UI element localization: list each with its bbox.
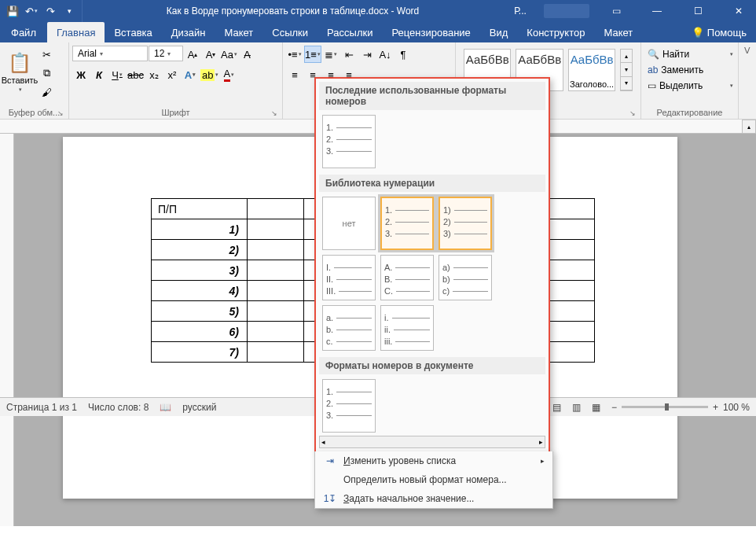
increase-indent-button[interactable]: ⇥ bbox=[358, 46, 376, 63]
styles-scroll[interactable]: ▴▾▾ bbox=[620, 49, 633, 91]
tab-table-layout[interactable]: Макет bbox=[594, 22, 642, 42]
save-icon[interactable]: 💾 bbox=[5, 3, 20, 19]
status-page[interactable]: Страница 1 из 1 bbox=[6, 402, 77, 413]
styles-dialog-launcher[interactable]: ↘ bbox=[629, 109, 636, 117]
redo-icon[interactable]: ↷ bbox=[42, 3, 58, 19]
status-words[interactable]: Число слов: 8 bbox=[88, 402, 149, 413]
minimize-button[interactable]: — bbox=[640, 0, 674, 22]
zoom-in-button[interactable]: + bbox=[713, 402, 718, 413]
view-print-layout[interactable]: ▥ bbox=[572, 402, 581, 413]
numbering-thumb-roman-upper[interactable]: I. II. III. bbox=[322, 255, 376, 300]
set-start-value[interactable]: 1↧Задать начальное значение... bbox=[315, 489, 552, 508]
tab-mailings[interactable]: Рассылки bbox=[317, 22, 382, 42]
table-cell[interactable]: 3) bbox=[152, 260, 248, 281]
numbering-thumb-decimal-paren[interactable]: 1) 2) 3) bbox=[439, 197, 492, 250]
highlight-button[interactable]: ab▾ bbox=[200, 66, 219, 83]
align-left-button[interactable]: ≡ bbox=[286, 66, 303, 83]
define-new-format[interactable]: Определить новый формат номера... bbox=[315, 470, 552, 489]
table-cell[interactable] bbox=[248, 342, 304, 363]
close-button[interactable]: ✕ bbox=[721, 0, 756, 22]
tab-home[interactable]: Главная bbox=[47, 22, 105, 42]
table-cell[interactable] bbox=[248, 240, 304, 260]
numbering-thumb-recent-decimal[interactable]: 1. 2. 3. bbox=[322, 115, 376, 168]
subscript-button[interactable]: x₂ bbox=[145, 66, 163, 83]
change-case-button[interactable]: Aa▾ bbox=[220, 46, 238, 63]
tab-design[interactable]: Дизайн bbox=[162, 22, 215, 42]
table-cell[interactable]: 1) bbox=[152, 219, 248, 240]
numbering-thumb-roman-lower[interactable]: i. ii. iii. bbox=[380, 305, 434, 351]
clipboard-dialog-launcher[interactable]: ↘ bbox=[57, 109, 64, 117]
zoom-control[interactable]: − + 100 % bbox=[611, 402, 750, 413]
clear-formatting-button[interactable]: A̶ bbox=[239, 46, 256, 63]
tab-review[interactable]: Рецензирование bbox=[382, 22, 479, 42]
view-web-layout[interactable]: ▦ bbox=[592, 402, 600, 413]
table-cell[interactable]: 4) bbox=[152, 281, 248, 301]
font-color-button[interactable]: A▾ bbox=[220, 66, 237, 83]
table-cell[interactable] bbox=[248, 260, 304, 281]
tab-insert[interactable]: Вставка bbox=[105, 22, 161, 42]
font-size-combo[interactable]: 12▾ bbox=[149, 46, 183, 61]
grow-font-button[interactable]: A▴ bbox=[184, 46, 201, 63]
style-heading[interactable]: АаБбВвЗаголово... bbox=[568, 49, 615, 91]
table-cell[interactable] bbox=[248, 322, 304, 342]
numbering-thumb-alpha-upper[interactable]: A. B. C. bbox=[380, 255, 434, 300]
zoom-slider[interactable] bbox=[622, 406, 708, 408]
view-read-mode[interactable]: ▤ bbox=[552, 402, 561, 413]
table-header-cell[interactable]: П/П bbox=[152, 199, 248, 219]
tab-table-design[interactable]: Конструктор bbox=[517, 22, 594, 42]
table-cell[interactable] bbox=[248, 199, 304, 219]
superscript-button[interactable]: x² bbox=[163, 66, 181, 83]
table-cell[interactable] bbox=[248, 219, 304, 240]
numbering-thumb-none[interactable]: нет bbox=[322, 197, 376, 250]
shrink-font-button[interactable]: A▾ bbox=[202, 46, 219, 63]
table-cell[interactable] bbox=[248, 281, 304, 301]
font-family-combo[interactable]: Arial▾ bbox=[72, 46, 148, 61]
table-cell[interactable]: 2) bbox=[152, 240, 248, 260]
ribbon-display-options[interactable]: Р... bbox=[503, 0, 538, 22]
select-button[interactable]: ▭ Выделить▾ bbox=[648, 79, 733, 93]
strike-button[interactable]: abc bbox=[127, 66, 145, 83]
paste-button[interactable]: 📋 Вставить ▾ bbox=[3, 46, 36, 94]
maximize-button[interactable]: ☐ bbox=[681, 0, 715, 22]
numbering-gallery-scrollbar[interactable]: ◂▸ bbox=[319, 436, 545, 448]
collapse-ribbon-button[interactable]: ᐯ bbox=[739, 42, 756, 119]
underline-button[interactable]: Ч▾ bbox=[108, 66, 126, 83]
status-language[interactable]: русский bbox=[182, 402, 216, 413]
qat-customize-icon[interactable]: ▾ bbox=[61, 3, 77, 19]
tab-view[interactable]: Вид bbox=[480, 22, 518, 42]
zoom-value[interactable]: 100 % bbox=[723, 402, 750, 413]
tab-file[interactable]: Файл bbox=[0, 22, 47, 42]
bold-button[interactable]: Ж bbox=[72, 66, 90, 83]
font-dialog-launcher[interactable]: ↘ bbox=[271, 109, 277, 117]
multilevel-button[interactable]: ≣▾ bbox=[322, 46, 339, 63]
table-cell[interactable]: 6) bbox=[152, 322, 248, 342]
table-cell[interactable]: 5) bbox=[152, 301, 248, 322]
zoom-out-button[interactable]: − bbox=[611, 402, 617, 413]
tab-references[interactable]: Ссылки bbox=[262, 22, 317, 42]
show-marks-button[interactable]: ¶ bbox=[395, 46, 412, 63]
scroll-up-button[interactable]: ▴ bbox=[742, 120, 756, 134]
ribbon-options-icon[interactable]: ▭ bbox=[599, 0, 633, 22]
numbering-thumb-decimal-dot[interactable]: 1. 2. 3. bbox=[380, 197, 434, 250]
copy-button[interactable]: ⧉ bbox=[38, 64, 55, 82]
cut-button[interactable]: ✂ bbox=[38, 46, 55, 63]
numbering-button[interactable]: 1≡▾ bbox=[304, 46, 321, 63]
text-effects-button[interactable]: A▾ bbox=[182, 66, 199, 83]
sort-button[interactable]: A↓ bbox=[376, 46, 394, 63]
italic-button[interactable]: К bbox=[90, 66, 108, 83]
decrease-indent-button[interactable]: ⇤ bbox=[340, 46, 358, 63]
tab-tell-me[interactable]: 💡Помощь bbox=[682, 22, 756, 42]
numbering-thumb-indoc-decimal[interactable]: 1. 2. 3. bbox=[322, 379, 376, 433]
bullets-button[interactable]: •≡▾ bbox=[286, 46, 303, 63]
numbering-thumb-alpha-lower-paren[interactable]: a) b) c) bbox=[439, 255, 492, 300]
change-list-level[interactable]: ⇥Изменить уровень списка▸ bbox=[315, 451, 552, 470]
table-cell[interactable]: 7) bbox=[152, 342, 248, 363]
undo-icon[interactable]: ↶▾ bbox=[24, 3, 39, 19]
table-cell[interactable] bbox=[248, 301, 304, 322]
replace-button[interactable]: ab Заменить bbox=[648, 63, 733, 77]
format-painter-button[interactable]: 🖌 bbox=[38, 83, 55, 101]
status-proofing-icon[interactable]: 📖 bbox=[160, 402, 171, 413]
vertical-ruler[interactable] bbox=[0, 134, 14, 526]
tab-layout[interactable]: Макет bbox=[215, 22, 262, 42]
find-button[interactable]: 🔍 Найти▾ bbox=[648, 47, 733, 61]
